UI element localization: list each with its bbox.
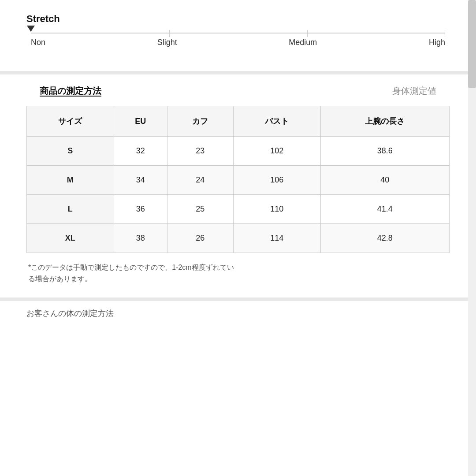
cell-size: M [27, 166, 114, 195]
cell-caf: 26 [167, 224, 233, 253]
section-headers: 商品の測定方法 身体測定値 [26, 85, 450, 97]
cell-arm: 41.4 [320, 195, 449, 224]
bottom-divider [0, 298, 476, 301]
label-medium: Medium [289, 38, 317, 47]
tick-3 [445, 30, 446, 37]
cell-caf: 25 [167, 195, 233, 224]
label-slight: Slight [157, 38, 177, 47]
label-high: High [429, 38, 445, 47]
size-table: サイズ EU カフ バスト 上腕の長さ S 32 23 102 38.6 M 3… [26, 106, 450, 253]
cell-eu: 34 [114, 166, 167, 195]
col-eu: EU [114, 106, 167, 137]
section-divider [0, 71, 476, 74]
scrollbar[interactable] [468, 0, 476, 476]
page-wrapper: Stretch Non Slight Medium High 商品の測定方法 身… [0, 0, 476, 476]
cell-caf: 24 [167, 166, 233, 195]
slider-triangle-icon [27, 26, 35, 32]
col-size: サイズ [27, 106, 114, 137]
bottom-hint: お客さんの体の測定方法 [26, 308, 450, 319]
stretch-section: Stretch Non Slight Medium High [26, 13, 450, 60]
cell-bust: 106 [233, 166, 320, 195]
slider-container: Non Slight Medium High [31, 33, 445, 60]
label-non: Non [31, 38, 45, 47]
table-row: L 36 25 110 41.4 [27, 195, 450, 224]
tick-1 [169, 30, 170, 37]
stretch-title: Stretch [26, 13, 450, 25]
cell-caf: 23 [167, 137, 233, 166]
table-row: XL 38 26 114 42.8 [27, 224, 450, 253]
header-body-measurement: 身体測定値 [392, 85, 445, 97]
cell-size: L [27, 195, 114, 224]
cell-arm: 40 [320, 166, 449, 195]
tick-2 [307, 30, 308, 37]
slider-labels: Non Slight Medium High [31, 38, 445, 47]
cell-bust: 114 [233, 224, 320, 253]
cell-bust: 102 [233, 137, 320, 166]
cell-arm: 38.6 [320, 137, 449, 166]
scrollbar-thumb[interactable] [468, 0, 476, 88]
cell-size: XL [27, 224, 114, 253]
measurement-section: 商品の測定方法 身体測定値 サイズ EU カフ バスト 上腕の長さ S 32 2… [26, 85, 450, 284]
header-product-measurement: 商品の測定方法 [31, 85, 101, 97]
cell-eu: 38 [114, 224, 167, 253]
col-arm: 上腕の長さ [320, 106, 449, 137]
col-bust: バスト [233, 106, 320, 137]
cell-arm: 42.8 [320, 224, 449, 253]
table-row: S 32 23 102 38.6 [27, 137, 450, 166]
cell-bust: 110 [233, 195, 320, 224]
footnote: *このデータは手動で測定したものですので、1-2cm程度ずれている場合があります… [26, 262, 450, 284]
table-row: M 34 24 106 40 [27, 166, 450, 195]
cell-eu: 32 [114, 137, 167, 166]
col-caf: カフ [167, 106, 233, 137]
slider-track [31, 33, 445, 33]
cell-size: S [27, 137, 114, 166]
table-header-row: サイズ EU カフ バスト 上腕の長さ [27, 106, 450, 137]
table-body: S 32 23 102 38.6 M 34 24 106 40 L 36 25 … [27, 137, 450, 253]
cell-eu: 36 [114, 195, 167, 224]
